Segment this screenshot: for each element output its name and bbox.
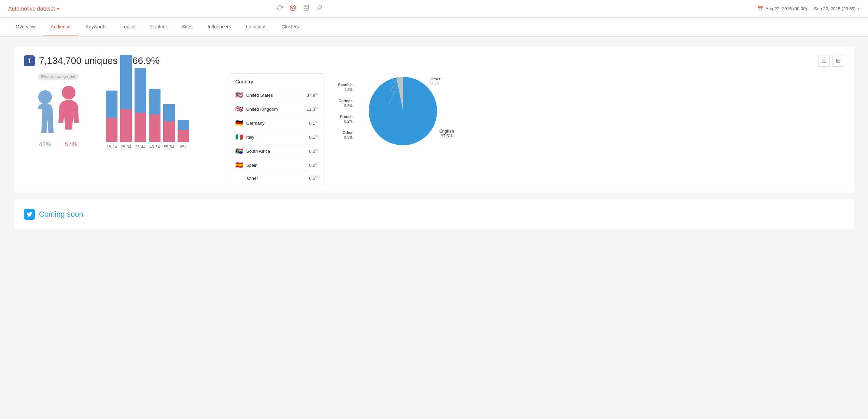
bar-stack-45-54 bbox=[149, 89, 160, 142]
gender-figures bbox=[35, 85, 82, 138]
age-bar-chart: 18-24 25-34 35-44 45-54 55-64 65+ bbox=[106, 73, 215, 149]
twitter-icon bbox=[24, 209, 35, 220]
bar-male-45-54 bbox=[149, 89, 160, 114]
country-pct-other: 0.5% bbox=[309, 175, 318, 181]
country-row-uk: 🇬🇧 United Kingdom 11.3% bbox=[229, 102, 324, 116]
gender-labels: 42% 57% bbox=[39, 141, 77, 148]
fb-uniques: 7,134,700 uniques bbox=[39, 55, 117, 66]
country-row-za: 🇿🇦 South Africa 0.0% bbox=[229, 144, 324, 158]
country-row-other: Other 0.5% bbox=[229, 172, 324, 184]
bar-female-45-54 bbox=[149, 114, 160, 142]
twitter-section: Coming soon bbox=[14, 199, 854, 229]
bar-group-65plus bbox=[178, 120, 189, 142]
svg-point-4 bbox=[292, 8, 293, 9]
nav-item-influencers[interactable]: Influencers bbox=[200, 18, 238, 36]
nav-item-sites[interactable]: Sites bbox=[174, 18, 200, 36]
pie-label-french: French 0.2% bbox=[338, 114, 353, 124]
bar-stack-25-34 bbox=[120, 55, 132, 142]
flag-es: 🇪🇸 bbox=[235, 161, 243, 169]
facebook-icon: f bbox=[24, 55, 35, 66]
bars-container bbox=[106, 73, 215, 142]
nav-item-content[interactable]: Content bbox=[143, 18, 174, 36]
country-table: Country 🇺🇸 United States 87.9% 🇬🇧 United… bbox=[229, 73, 324, 184]
bar-group-35-44 bbox=[135, 68, 146, 142]
pie-label-english: English 97.6% bbox=[439, 129, 454, 138]
nav-item-audience[interactable]: Audience bbox=[43, 18, 78, 36]
bar-label-25-34: 25-34 bbox=[120, 145, 132, 149]
country-name-us: United States bbox=[246, 93, 303, 98]
download-button[interactable] bbox=[818, 55, 830, 67]
palette-icon[interactable] bbox=[290, 4, 296, 13]
nav-item-topics[interactable]: Topics bbox=[114, 18, 143, 36]
date-range: 📅 Aug 22, 2015 (00:00) — Sep 22, 2015 (2… bbox=[758, 6, 860, 11]
pie-label-other: Other 0.3% bbox=[338, 130, 353, 140]
app-title[interactable]: Automotive dataset ▾ bbox=[8, 6, 59, 12]
twitter-coming-soon: Coming soon bbox=[39, 210, 83, 219]
svg-point-10 bbox=[62, 86, 75, 99]
country-name-za: South Africa bbox=[246, 149, 306, 154]
country-pct-it: 0.1% bbox=[309, 134, 318, 140]
twitter-header: Coming soon bbox=[24, 209, 844, 220]
main-content: f 7,134,700 uniques — 66.9% bbox=[0, 37, 868, 240]
country-row-it: 🇮🇹 Italy 0.1% bbox=[229, 130, 324, 144]
bar-male-65plus bbox=[178, 120, 189, 130]
country-name-de: Germany bbox=[246, 121, 306, 126]
language-pie-section: Spanish 1.3% German 0.6% French 0.2% Oth… bbox=[338, 73, 454, 149]
gender-chart: 0% unknown gender 42% 57% bbox=[24, 73, 92, 148]
bar-female-65plus bbox=[178, 130, 189, 142]
country-row-es: 🇪🇸 Spain 0.0% bbox=[229, 158, 324, 172]
pie-label-spanish: Spanish 1.3% bbox=[338, 82, 353, 92]
image-button[interactable] bbox=[832, 55, 844, 67]
nav-item-overview[interactable]: Overview bbox=[8, 18, 43, 36]
country-row-de: 🇩🇪 Germany 0.1% bbox=[229, 116, 324, 130]
bar-label-65plus: 65+ bbox=[178, 145, 189, 149]
male-percentage: 42% bbox=[39, 141, 51, 148]
wrench-icon[interactable] bbox=[316, 5, 322, 13]
pie-label-german: German 0.6% bbox=[338, 98, 353, 108]
nav-item-keywords[interactable]: Keywords bbox=[78, 18, 114, 36]
bar-label-35-44: 35-44 bbox=[135, 145, 146, 149]
bar-group-45-54 bbox=[149, 89, 160, 142]
unknown-gender-badge: 0% unknown gender bbox=[38, 73, 79, 80]
bar-label-18-24: 18-24 bbox=[106, 145, 117, 149]
bar-group-55-64 bbox=[163, 104, 175, 142]
fb-stats: 7,134,700 uniques — 66.9% bbox=[39, 55, 159, 66]
bar-female-18-24 bbox=[106, 118, 117, 142]
flag-de: 🇩🇪 bbox=[235, 119, 243, 127]
bar-female-35-44 bbox=[135, 113, 146, 142]
svg-point-1 bbox=[292, 7, 293, 8]
date-dropdown-arrow[interactable]: ▾ bbox=[858, 6, 860, 11]
country-pct-de: 0.1% bbox=[309, 120, 318, 126]
bar-stack-65plus bbox=[178, 120, 189, 142]
svg-point-3 bbox=[294, 8, 295, 9]
nav-item-locations[interactable]: Locations bbox=[239, 18, 274, 36]
country-pct-us: 87.9% bbox=[307, 92, 318, 98]
svg-point-9 bbox=[38, 90, 52, 104]
calendar-icon: 📅 bbox=[758, 6, 763, 11]
bar-group-18-24 bbox=[106, 91, 117, 142]
svg-point-5 bbox=[304, 5, 309, 7]
facebook-section: f 7,134,700 uniques — 66.9% bbox=[14, 47, 854, 192]
country-name-es: Spain bbox=[246, 163, 306, 168]
bar-female-55-64 bbox=[163, 121, 175, 142]
nav-item-clusters[interactable]: Clusters bbox=[274, 18, 307, 36]
database-icon[interactable] bbox=[303, 5, 309, 13]
bar-label-45-54: 45-54 bbox=[149, 145, 160, 149]
bar-group-25-34 bbox=[120, 55, 132, 142]
main-nav: Overview Audience Keywords Topics Conten… bbox=[0, 18, 868, 37]
bar-male-55-64 bbox=[163, 104, 175, 121]
bar-male-35-44 bbox=[135, 68, 146, 113]
header-icons bbox=[277, 4, 322, 13]
app-title-arrow: ▾ bbox=[57, 6, 59, 11]
country-pct-za: 0.0% bbox=[309, 148, 318, 154]
fb-section-header: f 7,134,700 uniques — 66.9% bbox=[24, 55, 844, 67]
language-pie-chart bbox=[365, 73, 440, 149]
bar-stack-18-24 bbox=[106, 91, 117, 142]
refresh-icon[interactable] bbox=[277, 5, 283, 13]
bar-labels: 18-24 25-34 35-44 45-54 55-64 65+ bbox=[106, 145, 215, 149]
app-title-text: Automotive dataset bbox=[8, 6, 55, 12]
flag-us: 🇺🇸 bbox=[235, 91, 243, 99]
bar-male-18-24 bbox=[106, 91, 117, 118]
charts-row: 0% unknown gender 42% 57% bbox=[24, 73, 844, 184]
flag-it: 🇮🇹 bbox=[235, 133, 243, 141]
